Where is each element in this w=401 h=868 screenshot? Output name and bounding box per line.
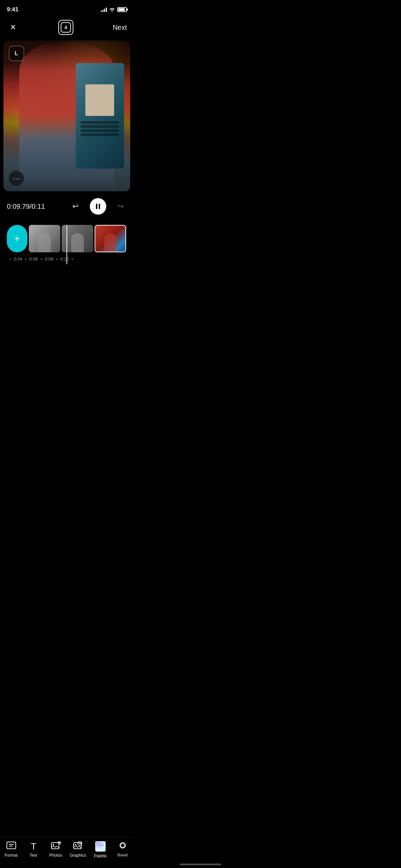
- watermark-text: L: [15, 50, 18, 57]
- timecode-1: 0:06: [29, 256, 45, 262]
- top-nav: ✕ 4 Next: [0, 17, 134, 40]
- timecode-3: 0:10: [60, 256, 76, 262]
- timecode-val-3: 0:10: [60, 256, 69, 262]
- main-image-container: L ···: [0, 40, 134, 191]
- redo-icon: ↪: [118, 202, 124, 211]
- close-button[interactable]: ✕: [7, 21, 19, 34]
- layers-badge[interactable]: 4: [58, 20, 73, 35]
- status-time: 9:41: [7, 6, 19, 13]
- battery-icon: [117, 7, 127, 12]
- clip-thumbnail-3[interactable]: [95, 225, 126, 252]
- main-image: L ···: [3, 40, 130, 191]
- timecode-0: 0:04: [14, 256, 29, 262]
- clip-thumbnail-1[interactable]: [29, 225, 60, 252]
- thumb-person-2: [71, 233, 84, 252]
- next-button[interactable]: Next: [113, 24, 127, 32]
- timecode-start: [7, 256, 14, 262]
- control-buttons: ↩ ↪: [69, 198, 127, 215]
- signal-icon: [101, 7, 107, 12]
- play-pause-button[interactable]: [90, 198, 106, 215]
- redo-button[interactable]: ↪: [114, 200, 127, 213]
- status-bar: 9:41: [0, 0, 134, 17]
- total-time: 0:11: [32, 203, 45, 210]
- vending-buttons: [81, 121, 119, 136]
- more-dots-icon: ···: [13, 174, 20, 182]
- layer-count-text: 4: [65, 25, 68, 30]
- more-options-button[interactable]: ···: [9, 171, 24, 186]
- timecode-val-0: 0:04: [14, 256, 22, 262]
- timeline-playhead: [66, 225, 67, 264]
- timeline-section: + 0:04 0:06 0:08 0:10: [0, 225, 134, 264]
- vending-screen: [85, 84, 114, 116]
- thumb-person-3: [104, 233, 116, 252]
- time-display: 0:09.79/0:11: [7, 203, 45, 210]
- vending-machine: [76, 63, 124, 169]
- undo-icon: ↩: [72, 202, 78, 211]
- playback-section: 0:09.79/0:11 ↩ ↪: [0, 191, 134, 225]
- undo-button[interactable]: ↩: [69, 200, 82, 213]
- timecode-val-2: 0:08: [45, 256, 53, 262]
- add-clip-icon: +: [14, 233, 20, 244]
- current-time: 0:09.79: [7, 203, 30, 210]
- next-label: Next: [113, 24, 127, 31]
- layers-icon: 4: [60, 21, 72, 34]
- status-icons: [101, 7, 127, 13]
- wifi-icon: [109, 7, 115, 13]
- pause-icon: [95, 204, 101, 209]
- watermark-badge[interactable]: L: [9, 46, 24, 61]
- timecode-2: 0:08: [45, 256, 60, 262]
- playback-controls: 0:09.79/0:11 ↩ ↪: [7, 198, 127, 215]
- add-clip-button[interactable]: +: [7, 225, 27, 252]
- thumb-person-1: [38, 233, 51, 252]
- close-icon: ✕: [10, 23, 16, 32]
- timecode-val-1: 0:06: [29, 256, 38, 262]
